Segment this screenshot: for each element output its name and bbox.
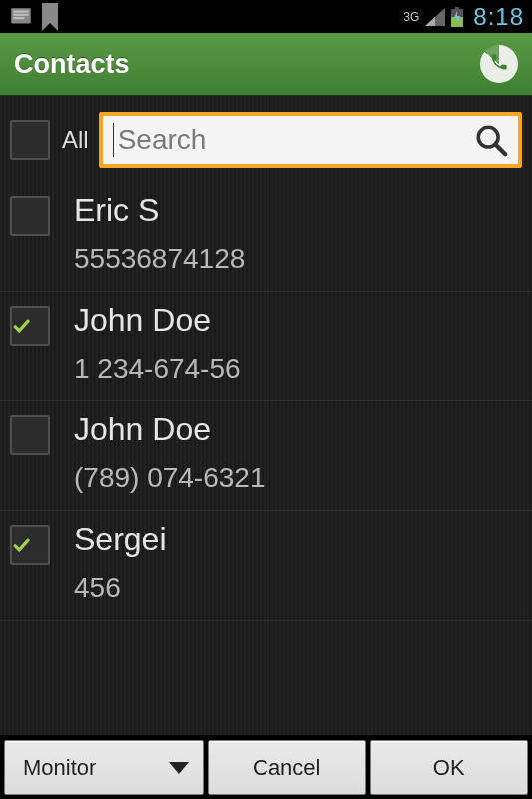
contact-row[interactable]: John Doe (789) 074-6321	[0, 401, 532, 511]
phone-action-button[interactable]	[480, 45, 518, 83]
search-icon[interactable]	[474, 123, 508, 157]
bookmark-icon	[40, 3, 60, 31]
contacts-list[interactable]: Eric S 55536874128 John Doe 1 234-674-56	[0, 182, 532, 735]
page-title: Contacts	[14, 49, 130, 80]
contact-name: John Doe	[74, 411, 522, 448]
contact-row[interactable]: Eric S 55536874128	[0, 182, 532, 292]
contact-checkbox[interactable]	[10, 196, 50, 236]
contact-checkbox[interactable]	[10, 415, 50, 455]
contact-name: John Doe	[74, 302, 522, 339]
contact-name: Sergei	[74, 521, 522, 558]
status-left	[8, 3, 60, 31]
cancel-button-label: Cancel	[253, 755, 320, 781]
chevron-down-icon	[169, 762, 189, 774]
svg-rect-3	[13, 17, 24, 19]
phone-icon	[489, 52, 509, 76]
svg-rect-2	[13, 13, 28, 15]
app-notification-icon	[8, 4, 34, 30]
action-dropdown-label: Monitor	[23, 755, 96, 781]
contact-number: 1 234-674-56	[74, 353, 522, 385]
main-content: All Search Eric S 55536874128	[0, 96, 532, 735]
contact-checkbox[interactable]	[10, 525, 50, 565]
select-all-label: All	[62, 126, 89, 154]
contact-row[interactable]: John Doe 1 234-674-56	[0, 292, 532, 401]
svg-rect-5	[455, 7, 459, 9]
action-bar: Contacts	[0, 33, 532, 96]
contact-checkbox[interactable]	[10, 306, 50, 346]
svg-line-8	[495, 144, 505, 154]
ok-button-label: OK	[433, 755, 465, 781]
clock: 8:18	[473, 3, 524, 31]
signal-icon	[425, 8, 445, 26]
select-all-checkbox[interactable]	[10, 120, 50, 160]
contact-number: 55536874128	[74, 243, 522, 275]
contact-number: 456	[74, 572, 522, 604]
action-dropdown[interactable]: Monitor	[4, 740, 204, 795]
contact-number: (789) 074-6321	[74, 462, 522, 494]
svg-rect-1	[13, 10, 28, 12]
status-right: 3G 8:18	[403, 3, 524, 31]
search-row: All Search	[0, 96, 532, 182]
contact-name: Eric S	[74, 192, 522, 229]
bottom-bar: Monitor Cancel OK	[0, 735, 532, 799]
text-cursor	[113, 123, 114, 157]
contact-row[interactable]: Sergei 456	[0, 511, 532, 621]
network-type-label: 3G	[403, 10, 419, 24]
ok-button[interactable]: OK	[370, 740, 529, 795]
status-bar: 3G 8:18	[0, 0, 532, 33]
battery-charging-icon	[451, 7, 463, 27]
search-placeholder: Search	[118, 124, 474, 156]
search-input[interactable]: Search	[99, 112, 522, 168]
cancel-button[interactable]: Cancel	[208, 740, 366, 795]
